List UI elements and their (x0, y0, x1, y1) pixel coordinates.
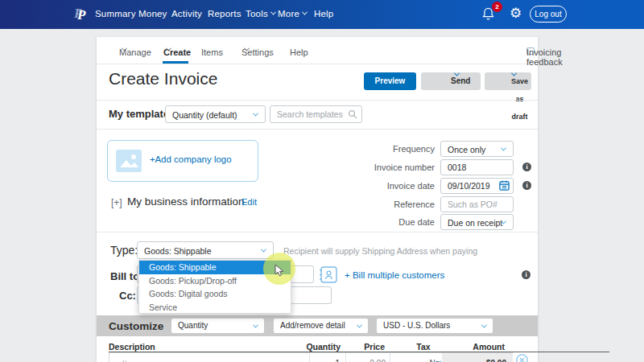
reference-input[interactable] (440, 196, 514, 212)
column-divider (390, 353, 390, 362)
add-remove-detail-select[interactable]: Add/remove detail (274, 319, 368, 333)
template-select[interactable]: Quantity (default) (165, 105, 266, 123)
nav-help[interactable]: Help (314, 9, 333, 19)
nav-summary[interactable]: Summary (95, 9, 136, 19)
column-divider (345, 353, 346, 362)
nav-more[interactable]: More (278, 9, 307, 19)
page-title: Create Invoice (109, 69, 217, 88)
due-date-label: Due date (346, 217, 435, 227)
invoice-number-input[interactable] (440, 159, 514, 175)
save-as-draft-button[interactable]: Save as draft (485, 72, 531, 90)
nav-reports[interactable]: Reports (208, 9, 242, 19)
preview-button[interactable]: Preview (364, 72, 416, 90)
edit-business-info-link[interactable]: Edit (242, 197, 257, 207)
nav-activity[interactable]: Activity (171, 9, 202, 19)
info-icon[interactable]: i (522, 181, 531, 190)
currency-select[interactable]: USD - U.S. Dollars (377, 319, 493, 333)
chevron-down-icon (501, 146, 506, 151)
chevron-down-icon (481, 323, 487, 328)
divider (97, 129, 538, 130)
reference-label: Reference (346, 200, 435, 209)
type-label: Type: (110, 244, 138, 257)
chevron-down-icon (436, 359, 441, 362)
info-icon[interactable]: i (522, 270, 530, 279)
item-name-input[interactable] (116, 356, 285, 362)
nav-tools[interactable]: Tools (246, 9, 275, 19)
logout-button[interactable]: Log out (530, 6, 567, 23)
send-button[interactable]: Send (421, 72, 481, 90)
nav-money[interactable]: Money (138, 9, 167, 19)
chevron-down-icon (302, 10, 308, 15)
type-helper-text: Recipient will supply Shipping Address w… (283, 246, 477, 256)
invoice-date-label: Invoice date (346, 181, 435, 191)
customize-bar: Customize Quantity Add/remove detail USD… (97, 315, 538, 336)
top-navigation-bar: PP Summary Money Activity Reports Tools … (0, 0, 644, 29)
chevron-down-icon (357, 323, 362, 328)
invoice-card: Manage Create Items Settings Help Invoic… (97, 37, 538, 362)
col-header-price: Price (345, 342, 385, 352)
menu-item-goods-digital[interactable]: Goods: Digital goods (139, 287, 291, 301)
bill-multiple-customers-link[interactable]: + Bill multiple customers (345, 270, 444, 280)
col-header-tax: Tax (407, 342, 440, 352)
notification-badge: 2 (492, 2, 502, 12)
info-icon[interactable]: i (522, 162, 531, 171)
expand-business-info-toggle[interactable]: [+] (111, 197, 122, 208)
divider (97, 232, 538, 232)
menu-item-service[interactable]: Service (139, 301, 291, 315)
cc-label: Cc: (119, 290, 136, 302)
add-logo-label: + Add company logo (150, 154, 155, 164)
image-placeholder-icon (116, 150, 142, 172)
chevron-down-icon (253, 111, 258, 117)
paypal-logo-icon[interactable]: PP (74, 5, 90, 23)
frequency-label: Frequency (346, 144, 435, 154)
col-header-quantity: Quantity (294, 342, 341, 352)
type-select[interactable]: Goods: Shippable (137, 241, 274, 259)
tab-help[interactable]: Help (290, 47, 308, 57)
divider (97, 100, 538, 101)
chevron-down-icon (253, 323, 258, 328)
tabs-divider (97, 64, 538, 64)
item-price-value[interactable]: 0.00 (349, 359, 386, 362)
item-quantity-value[interactable]: 1 (308, 359, 340, 362)
customize-label: Customize (109, 320, 163, 332)
invoice-number-label: Invoice number (346, 162, 435, 172)
invoice-item-row: 1 0.00 No tax $0.00 (109, 352, 513, 362)
gear-icon[interactable]: ⚙ (510, 6, 522, 22)
item-amount-value: $0.00 (454, 359, 506, 362)
frequency-select[interactable]: Once only (440, 141, 514, 157)
add-company-logo-button[interactable]: + Add company logo (107, 140, 258, 182)
tab-items[interactable]: Items (201, 47, 223, 57)
due-date-select[interactable]: Due on receipt (440, 214, 514, 230)
business-info-label: My business information (127, 195, 245, 208)
col-header-description: Description (109, 342, 155, 352)
chevron-down-icon (270, 10, 276, 15)
col-header-amount: Amount (456, 342, 505, 352)
chevron-down-icon (261, 247, 266, 253)
customize-column-select[interactable]: Quantity (171, 319, 264, 333)
